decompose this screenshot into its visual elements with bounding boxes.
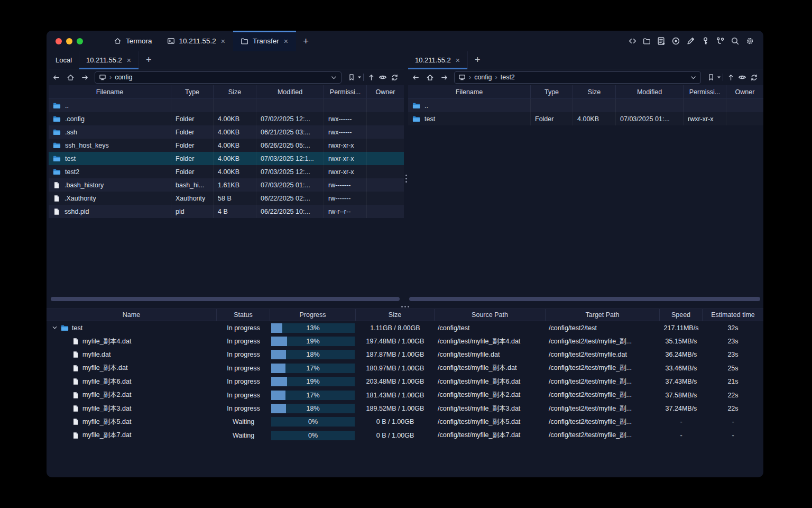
- home-button[interactable]: [64, 71, 76, 83]
- log-icon[interactable]: [657, 37, 666, 46]
- path-breadcrumb[interactable]: ›config: [95, 71, 342, 84]
- back-button[interactable]: [410, 71, 421, 83]
- forward-button[interactable]: [438, 71, 450, 83]
- settings-icon[interactable]: [745, 37, 754, 46]
- key-icon[interactable]: [701, 37, 710, 46]
- file-row[interactable]: test2Folder4.00KB07/03/2025 12:...rwxr-x…: [49, 165, 404, 178]
- close-tab-icon[interactable]: ×: [455, 56, 460, 65]
- cell-permissions: rw-r--r--: [324, 205, 367, 218]
- transfer-row[interactable]: myfile_副本5.datWaiting0%0 B / 1.00GB/conf…: [47, 415, 763, 429]
- transfer-row[interactable]: myfile_副本.datIn progress17%180.97MB / 1.…: [47, 361, 763, 375]
- search-icon[interactable]: [731, 37, 740, 46]
- pencil-icon[interactable]: [686, 37, 695, 46]
- new-window-tab-button[interactable]: +: [296, 31, 316, 51]
- horizontal-splitter[interactable]: [47, 304, 763, 309]
- home-button[interactable]: [424, 71, 436, 83]
- bookmark-button[interactable]: [705, 71, 717, 83]
- new-pane-tab-button[interactable]: +: [139, 51, 159, 69]
- transfer-row[interactable]: myfile_副本7.datWaiting0%0 B / 1.00GB/conf…: [47, 429, 763, 442]
- arrow-up-icon: [367, 74, 375, 81]
- show-hidden-button[interactable]: [736, 71, 748, 83]
- pane-toolbar: ›config›test2: [408, 69, 763, 85]
- file-row[interactable]: ssh_host_keysFolder4.00KB06/26/2025 05:.…: [49, 139, 404, 152]
- file-row[interactable]: testFolder4.00KB07/03/2025 01:...rwxr-xr…: [408, 112, 763, 125]
- branch-icon[interactable]: [716, 37, 725, 46]
- back-button[interactable]: [50, 71, 62, 83]
- column-header-owner[interactable]: Owner: [367, 85, 404, 98]
- record-icon[interactable]: [671, 37, 680, 46]
- column-header-modified[interactable]: Modified: [256, 85, 324, 98]
- column-header-filename[interactable]: Filename: [49, 85, 171, 98]
- file-row[interactable]: testFolder4.00KB07/03/2025 12:1...rwxr-x…: [49, 152, 404, 165]
- transfer-column-name[interactable]: Name: [47, 309, 217, 321]
- transfer-column-estimated-time[interactable]: Estimated time: [703, 309, 763, 321]
- transfer-row[interactable]: myfile.datIn progress18%187.87MB / 1.00G…: [47, 348, 763, 361]
- titlebar-tab-termora[interactable]: Termora: [106, 31, 160, 51]
- titlebar-tab-transfer[interactable]: Transfer×: [233, 31, 296, 51]
- breadcrumb-segment[interactable]: config: [115, 74, 132, 81]
- file-row[interactable]: .configFolder4.00KB07/02/2025 12:...rwx-…: [49, 112, 404, 125]
- column-header-permissi-[interactable]: Permissi...: [324, 85, 367, 98]
- transfer-column-source-path[interactable]: Source Path: [435, 309, 546, 321]
- breadcrumb-segment[interactable]: test2: [501, 74, 515, 81]
- pane-tab-local[interactable]: Local: [49, 51, 79, 69]
- transfer-row[interactable]: myfile_副本4.datIn progress19%197.48MB / 1…: [47, 334, 763, 348]
- close-tab-icon[interactable]: ×: [283, 37, 289, 46]
- show-hidden-button[interactable]: [377, 71, 389, 83]
- file-row[interactable]: .XauthorityXauthority58 B06/22/2025 02:.…: [49, 192, 404, 205]
- path-breadcrumb[interactable]: ›config›test2: [454, 71, 701, 84]
- vertical-splitter[interactable]: [404, 51, 408, 304]
- code-icon[interactable]: [628, 37, 637, 46]
- transfer-column-progress[interactable]: Progress: [270, 309, 356, 321]
- refresh-button[interactable]: [389, 71, 400, 83]
- bookmark-caret-button[interactable]: [717, 75, 721, 79]
- horizontal-scrollbar[interactable]: [51, 297, 400, 301]
- column-header-size[interactable]: Size: [573, 85, 616, 98]
- chevron-down-icon[interactable]: [690, 74, 697, 81]
- column-header-owner[interactable]: Owner: [726, 85, 763, 98]
- transfer-column-speed[interactable]: Speed: [660, 309, 703, 321]
- column-header-permissi-[interactable]: Permissi...: [684, 85, 726, 98]
- transfer-row[interactable]: myfile_副本3.datIn progress18%189.52MB / 1…: [47, 402, 763, 415]
- file-row[interactable]: ..: [49, 99, 404, 112]
- transfer-row[interactable]: myfile_副本2.datIn progress17%181.43MB / 1…: [47, 388, 763, 402]
- breadcrumb-segment[interactable]: config: [474, 74, 492, 81]
- column-header-type[interactable]: Type: [531, 85, 573, 98]
- close-tab-icon[interactable]: ×: [220, 37, 226, 46]
- progress-cell: 19%: [270, 377, 356, 386]
- column-header-size[interactable]: Size: [214, 85, 256, 98]
- forward-button[interactable]: [79, 71, 90, 83]
- transfer-row[interactable]: myfile_副本6.datIn progress19%203.48MB / 1…: [47, 375, 763, 388]
- expander-chevron-icon[interactable]: [52, 325, 58, 331]
- zoom-window-button[interactable]: [77, 38, 83, 44]
- column-header-modified[interactable]: Modified: [616, 85, 684, 98]
- transfer-column-size[interactable]: Size: [356, 309, 435, 321]
- horizontal-scrollbar[interactable]: [409, 297, 760, 301]
- file-row[interactable]: ..: [408, 99, 763, 112]
- transfer-row[interactable]: testIn progress13%1.11GB / 8.00GB/config…: [47, 321, 763, 334]
- bookmark-button[interactable]: [346, 71, 357, 83]
- transfer-name-text: myfile_副本7.dat: [82, 431, 131, 440]
- transfer-column-status[interactable]: Status: [217, 309, 270, 321]
- minimize-window-button[interactable]: [66, 38, 72, 44]
- column-header-type[interactable]: Type: [171, 85, 214, 98]
- upload-button[interactable]: [365, 71, 377, 83]
- upload-button[interactable]: [725, 71, 736, 83]
- file-row[interactable]: sshd.pidpid4 B06/22/2025 10:...rw-r--r--: [49, 205, 404, 218]
- file-row[interactable]: .sshFolder4.00KB06/21/2025 03:...rwx----…: [49, 125, 404, 139]
- close-window-button[interactable]: [56, 38, 62, 44]
- progress-bar: 19%: [271, 337, 355, 346]
- bookmark-caret-button[interactable]: [357, 75, 362, 79]
- file-row[interactable]: .bash_historybash_hi...1.61KB07/03/2025 …: [49, 178, 404, 192]
- column-header-filename[interactable]: Filename: [408, 85, 531, 98]
- refresh-button[interactable]: [748, 71, 760, 83]
- chevron-down-icon[interactable]: [330, 74, 337, 81]
- folder-icon[interactable]: [643, 37, 651, 45]
- close-tab-icon[interactable]: ×: [126, 56, 132, 65]
- file-solid-icon: [72, 418, 79, 425]
- pane-tab-10-211-55-2[interactable]: 10.211.55.2×: [408, 51, 468, 69]
- pane-tab-10-211-55-2[interactable]: 10.211.55.2×: [79, 51, 139, 69]
- titlebar-tab-10-211-55-2[interactable]: 10.211.55.2×: [160, 31, 234, 51]
- new-pane-tab-button[interactable]: +: [468, 51, 487, 69]
- transfer-column-target-path[interactable]: Target Path: [546, 309, 660, 321]
